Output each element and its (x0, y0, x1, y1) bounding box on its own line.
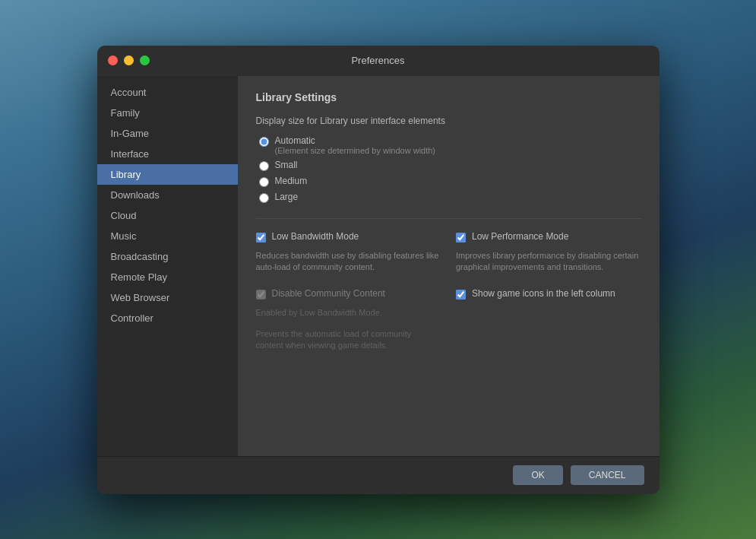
main-panel: Library Settings Display size for Librar… (238, 76, 660, 456)
display-size-label: Display size for Library user interface … (256, 116, 641, 126)
dialog-footer: OK CANCEL (97, 456, 660, 494)
sidebar: Account Family In-Game Interface Library… (97, 76, 238, 456)
radio-medium-input[interactable] (259, 177, 269, 187)
low-bandwidth-check-item: Low Bandwidth Mode (256, 231, 441, 243)
sidebar-item-interface[interactable]: Interface (97, 144, 238, 164)
low-bandwidth-checkbox[interactable] (256, 233, 266, 243)
radio-medium: Medium (259, 176, 641, 187)
low-performance-checkbox[interactable] (456, 233, 466, 243)
radio-automatic-sublabel: (Element size determined by window width… (275, 146, 436, 155)
checkbox-row-2: Disable Community Content Enabled by Low… (256, 288, 641, 351)
dialog-content: Account Family In-Game Interface Library… (97, 76, 660, 456)
divider-1 (256, 218, 641, 219)
low-performance-label: Low Performance Mode (472, 231, 568, 242)
low-bandwidth-block: Low Bandwidth Mode Reduces bandwidth use… (256, 231, 441, 274)
low-bandwidth-desc: Reduces bandwidth use by disabling featu… (256, 250, 441, 274)
show-game-icons-block: Show game icons in the left column (456, 288, 641, 351)
low-performance-check-item: Low Performance Mode (456, 231, 641, 243)
cancel-button[interactable]: CANCEL (571, 465, 644, 485)
close-button[interactable] (108, 55, 118, 65)
sidebar-item-web-browser[interactable]: Web Browser (97, 287, 238, 308)
display-size-radio-group: Automatic (Element size determined by wi… (259, 135, 641, 203)
sidebar-item-downloads[interactable]: Downloads (97, 185, 238, 205)
sidebar-item-broadcasting[interactable]: Broadcasting (97, 246, 238, 267)
radio-small-input[interactable] (259, 161, 269, 171)
radio-small: Small (259, 160, 641, 171)
disable-community-block: Disable Community Content Enabled by Low… (256, 288, 441, 351)
sidebar-item-controller[interactable]: Controller (97, 308, 238, 328)
preferences-dialog: Preferences Account Family In-Game Inter… (97, 46, 660, 494)
low-performance-block: Low Performance Mode Improves library pe… (456, 231, 641, 274)
disable-community-check-item: Disable Community Content (256, 288, 441, 300)
sidebar-item-account[interactable]: Account (97, 82, 238, 103)
radio-large-label: Large (275, 192, 299, 202)
checkbox-row-1: Low Bandwidth Mode Reduces bandwidth use… (256, 231, 641, 274)
disable-community-sublabel: Enabled by Low Bandwidth Mode. (256, 307, 441, 319)
low-performance-desc: Improves library performance by disablin… (456, 250, 641, 274)
titlebar: Preferences (97, 46, 660, 76)
radio-large: Large (259, 192, 641, 203)
low-bandwidth-label: Low Bandwidth Mode (272, 231, 359, 242)
disable-community-desc: Prevents the automatic load of community… (256, 328, 441, 352)
show-game-icons-checkbox[interactable] (456, 290, 466, 300)
show-game-icons-check-item: Show game icons in the left column (456, 288, 641, 300)
window-controls (108, 55, 150, 65)
show-game-icons-label: Show game icons in the left column (472, 288, 615, 299)
sidebar-item-library[interactable]: Library (97, 164, 238, 185)
radio-automatic: Automatic (Element size determined by wi… (259, 135, 641, 155)
radio-large-input[interactable] (259, 193, 269, 203)
sidebar-item-music[interactable]: Music (97, 226, 238, 246)
radio-automatic-input[interactable] (259, 137, 269, 147)
disable-community-checkbox[interactable] (256, 290, 266, 300)
radio-automatic-label: Automatic (275, 135, 436, 146)
dialog-title: Preferences (351, 55, 404, 66)
maximize-button[interactable] (140, 55, 150, 65)
disable-community-label: Disable Community Content (272, 288, 385, 299)
minimize-button[interactable] (124, 55, 134, 65)
sidebar-item-remote-play[interactable]: Remote Play (97, 267, 238, 287)
section-title: Library Settings (256, 91, 641, 103)
sidebar-item-cloud[interactable]: Cloud (97, 205, 238, 226)
radio-small-label: Small (275, 160, 298, 170)
sidebar-item-in-game[interactable]: In-Game (97, 123, 238, 144)
ok-button[interactable]: OK (513, 465, 562, 485)
sidebar-item-family[interactable]: Family (97, 103, 238, 123)
radio-medium-label: Medium (275, 176, 308, 186)
